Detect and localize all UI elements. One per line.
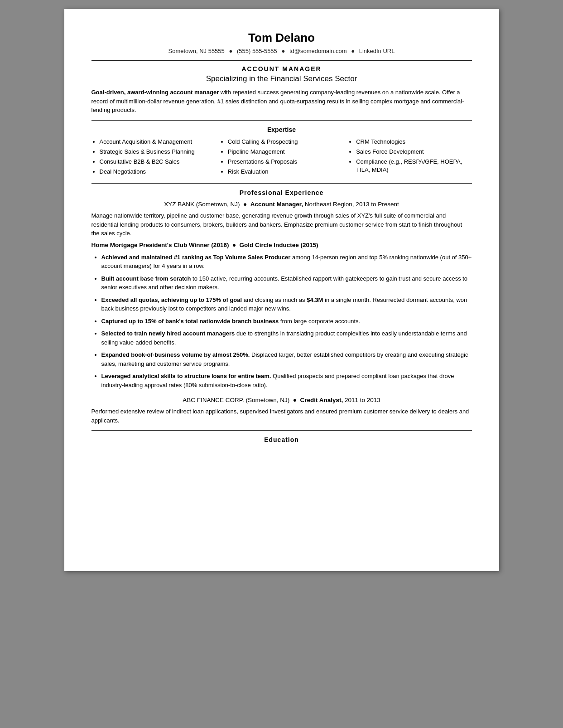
list-item: Cold Calling & Prospecting xyxy=(228,138,343,146)
expertise-divider xyxy=(91,183,472,184)
summary-text: Goal-driven, award-winning account manag… xyxy=(91,88,472,115)
job2-title-rest: 2011 to 2013 xyxy=(345,397,380,403)
bullet-bold: Built account base from scratch xyxy=(101,275,191,282)
job1-description: Manage nationwide territory, pipeline an… xyxy=(91,211,472,238)
bullet-item: Leveraged analytical skills to structure… xyxy=(101,372,472,389)
bullet-item: Selected to train newly hired account ma… xyxy=(101,329,472,347)
dot1: ● xyxy=(229,48,232,54)
bullet-item: Captured up to 15% of bank's total natio… xyxy=(101,317,472,326)
pro-exp-heading: Professional Experience xyxy=(91,189,472,196)
list-item: Deal Negotiations xyxy=(100,168,215,176)
list-item: Sales Force Development xyxy=(356,148,472,156)
job1-company: XYZ BANK (Sometown, NJ) xyxy=(164,201,240,208)
job2-header: ABC FINANCE CORP. (Sometown, NJ) ● Credi… xyxy=(91,397,472,403)
expertise-col-1: Account Acquisition & Management Strateg… xyxy=(91,138,215,178)
summary-bold: Goal-driven, award-winning account manag… xyxy=(91,89,219,96)
list-item: Presentations & Proposals xyxy=(228,158,343,166)
bullet-item: Exceeded all quotas, achieving up to 175… xyxy=(101,296,472,313)
job1-bullets: Achieved and maintained #1 ranking as To… xyxy=(91,253,472,390)
education-heading: Education xyxy=(91,436,472,443)
bullet-item: Expanded book-of-business volume by almo… xyxy=(101,350,472,368)
bullet-bold: Achieved and maintained #1 ranking as To… xyxy=(101,254,291,261)
list-item: CRM Technologies xyxy=(356,138,472,146)
bullet-item: Built account base from scratch to 150 a… xyxy=(101,274,472,292)
dot2: ● xyxy=(281,48,285,54)
email: td@somedomain.com xyxy=(289,48,347,54)
list-item: Pipeline Management xyxy=(228,148,343,156)
expertise-heading: Expertise xyxy=(91,126,472,133)
list-item: Account Acquisition & Management xyxy=(100,138,215,146)
expertise-list-1: Account Acquisition & Management Strateg… xyxy=(91,138,215,176)
expertise-columns: Account Acquisition & Management Strateg… xyxy=(91,138,472,178)
list-item: Strategic Sales & Business Planning xyxy=(100,148,215,156)
bullet-rest: from large corporate accounts. xyxy=(280,318,360,325)
list-item: Consultative B2B & B2C Sales xyxy=(100,158,215,166)
linkedin: LinkedIn URL xyxy=(359,48,395,54)
summary-divider xyxy=(91,120,472,121)
expertise-list-3: CRM Technologies Sales Force Development… xyxy=(348,138,472,175)
job-subtitle: Specializing in the Financial Services S… xyxy=(91,74,472,83)
phone: (555) 555-5555 xyxy=(237,48,277,54)
dot-separator: ● xyxy=(241,201,250,208)
dot-separator2: ● xyxy=(291,397,300,403)
job-title: ACCOUNT MANAGER xyxy=(91,65,472,73)
bullet-bold: Leveraged analytical skills to structure… xyxy=(101,373,271,379)
list-item: Compliance (e.g., RESPA/GFE, HOEPA, TILA… xyxy=(356,158,472,174)
job2-company: ABC FINANCE CORP. (Sometown, NJ) xyxy=(183,397,289,403)
bullet-item: Achieved and maintained #1 ranking as To… xyxy=(101,253,472,271)
job2-description: Performed extensive review of indirect l… xyxy=(91,407,472,425)
exp-divider xyxy=(91,430,472,431)
expertise-section: Expertise Account Acquisition & Manageme… xyxy=(91,126,472,178)
job1-title-rest: Northeast Region, 2013 to Present xyxy=(305,201,399,208)
resume-page: Tom Delano Sometown, NJ 55555 ● (555) 55… xyxy=(64,9,499,571)
job2-title-bold: Credit Analyst, xyxy=(300,397,343,403)
bullet-bold: Expanded book-of-business volume by almo… xyxy=(101,351,250,358)
candidate-name: Tom Delano xyxy=(91,31,472,45)
dollar-amount: $4.3M xyxy=(307,296,323,303)
dot3: ● xyxy=(351,48,355,54)
bullet-bold: Selected to train newly hired account ma… xyxy=(101,330,235,337)
expertise-col-3: CRM Technologies Sales Force Development… xyxy=(348,138,472,178)
bullet-bold: Captured up to 15% of bank's total natio… xyxy=(101,318,279,325)
job1-header: XYZ BANK (Sometown, NJ) ● Account Manage… xyxy=(91,201,472,208)
location: Sometown, NJ 55555 xyxy=(168,48,225,54)
job1-title-bold: Account Manager, xyxy=(250,201,303,208)
awards-line: Home Mortgage President's Club Winner (2… xyxy=(91,242,472,248)
header-divider xyxy=(91,60,472,61)
list-item: Risk Evaluation xyxy=(228,168,343,176)
contact-info: Sometown, NJ 55555 ● (555) 555-5555 ● td… xyxy=(91,48,472,54)
bullet-bold: Exceeded all quotas, achieving up to 175… xyxy=(101,296,242,303)
expertise-list-2: Cold Calling & Prospecting Pipeline Mana… xyxy=(220,138,343,176)
expertise-col-2: Cold Calling & Prospecting Pipeline Mana… xyxy=(220,138,343,178)
